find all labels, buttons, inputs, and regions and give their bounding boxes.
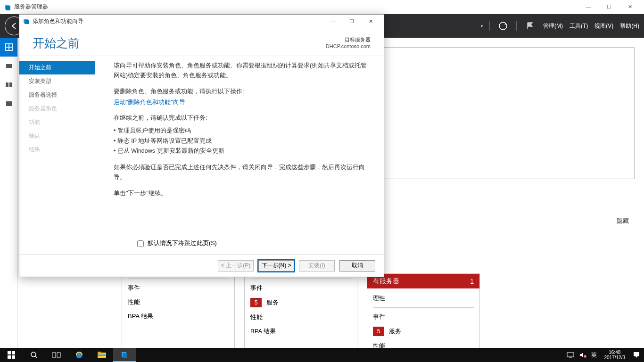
tile-row[interactable]: 5服务 [373,324,474,339]
bullet-item: 静态 IP 地址等网络设置已配置完成 [114,136,370,146]
tray-notifications-icon[interactable] [633,351,640,359]
wizard-titlebar[interactable]: 添加角色和功能向导 — ☐ ✕ [19,15,384,28]
remove-roles-link[interactable]: 启动"删除角色和功能"向导 [114,99,185,106]
parent-close-button[interactable]: ✕ [619,0,640,14]
skip-row: 默认情况下将跳过此页(S) [19,236,384,254]
nav-step-install-type[interactable]: 安装类型 [19,74,95,88]
svg-rect-5 [9,44,12,47]
menu-help[interactable]: 帮助(H) [620,22,639,30]
svg-rect-33 [634,352,639,356]
svg-rect-25 [98,354,106,356]
intro-text: 该向导可帮助你安装角色、角色服务或功能。你需要根据组织的计算要求(例如共享文档或… [114,61,370,81]
flag-icon[interactable] [523,19,537,33]
parent-maximize-button[interactable]: ☐ [599,0,619,14]
menu-manage[interactable]: 管理(M) [543,22,563,30]
svg-rect-20 [52,353,56,357]
skip-label: 默认情况下将跳过此页(S) [148,239,217,247]
tile-row[interactable]: BPA 结果 [128,309,229,323]
svg-rect-13 [25,20,29,24]
system-tray: 英 16:48 2017/12/3 [563,350,644,360]
search-icon[interactable] [23,348,45,362]
nav-local-icon[interactable] [0,57,17,75]
wizard-close-button[interactable]: ✕ [361,16,380,27]
prereq-bullets: 管理员帐户使用的是强密码 静态 IP 地址等网络设置已配置完成 已从 Windo… [114,126,370,156]
wizard-minimize-button[interactable]: — [323,16,342,27]
wizard-header: 开始之前 目标服务器 DHCP.contoso.com [19,28,384,56]
verify-text: 如果你必须验证是否已完成上述任何先决条件，请关闭向导，完成这些步骤，然后再次运行… [114,163,370,183]
wizard-nav: 开始之前 安装类型 服务器选择 服务器角色 功能 确认 结果 [19,56,95,236]
svg-rect-21 [57,353,60,357]
target-server-value: DHCP.contoso.com [326,43,371,49]
svg-rect-6 [6,48,8,50]
tile-row[interactable]: 性能 [250,310,351,324]
svg-line-19 [35,356,37,358]
svg-rect-16 [8,355,11,359]
start-button[interactable] [0,348,23,362]
svg-rect-7 [9,48,12,50]
header-dropdown-icon[interactable]: ▾ [481,24,483,28]
tile-row[interactable]: 性能 [128,295,229,309]
wizard-body: 开始之前 安装类型 服务器选择 服务器角色 功能 确认 结果 该向导可帮助你安装… [19,56,384,236]
svg-rect-24 [98,352,101,354]
tray-date: 2017/12/3 [604,355,626,360]
svg-rect-1 [6,6,10,10]
wizard-app-icon [23,18,30,25]
bullet-item: 管理员帐户使用的是强密码 [114,126,370,136]
left-nav [0,38,18,362]
separator [489,21,490,31]
tray-time: 16:48 [604,350,626,355]
next-button[interactable]: 下一步(N) > [258,260,294,272]
tile-row[interactable]: 事件 [128,281,229,295]
nav-step-server-select[interactable]: 服务器选择 [19,88,95,102]
tile-row[interactable]: 理性 [373,291,474,305]
tray-clock[interactable]: 16:48 2017/12/3 [602,350,628,360]
parent-minimize-button[interactable]: — [578,0,599,14]
menu-view[interactable]: 视图(V) [594,22,613,30]
server-manager-icon [4,3,11,11]
nav-step-before[interactable]: 开始之前 [19,61,95,74]
tile-row[interactable]: 5服务 [250,295,351,310]
ie-icon[interactable] [68,348,91,362]
wizard-page-title: 开始之前 [33,35,371,51]
svg-rect-11 [6,101,12,106]
target-server-label: 目标服务器 [326,36,371,43]
nav-all-icon[interactable] [0,75,17,94]
svg-rect-27 [123,353,127,358]
server-manager-taskbar-icon[interactable] [113,348,136,362]
tray-volume-icon[interactable] [579,352,586,358]
wizard-title: 添加角色和功能向导 [33,17,323,25]
menu-tools[interactable]: 工具(T) [570,22,588,30]
remove-lead-text: 要删除角色、角色服务或功能，请执行以下操作: [114,87,370,97]
wizard-maximize-button[interactable]: ☐ [342,16,361,27]
tile-row[interactable]: BPA 结果 [250,324,351,338]
add-roles-wizard: 添加角色和功能向导 — ☐ ✕ 开始之前 目标服务器 DHCP.contoso.… [19,14,384,277]
tile-row[interactable]: 事件 [250,281,351,295]
prev-button: < 上一步(P) [218,260,254,272]
tile-row[interactable]: 事件 [373,310,474,324]
hide-link[interactable]: 隐藏 [617,217,629,225]
nav-step-confirm: 确认 [19,129,95,143]
confirm-lead-text: 在继续之前，请确认完成以下任务: [114,113,370,123]
svg-rect-9 [6,82,8,87]
svg-rect-28 [567,353,574,357]
refresh-icon[interactable] [496,19,510,33]
tray-network-icon[interactable] [567,352,574,358]
alert-badge: 5 [373,327,384,336]
header-menu-right: ▾ 管理(M) 工具(T) 视图(V) 帮助(H) [478,19,639,33]
nav-step-features: 功能 [19,115,95,129]
skip-checkbox[interactable] [137,240,144,247]
svg-point-2 [499,22,507,30]
bullet-item: 已从 Windows 更新安装最新的安全更新 [114,146,370,156]
task-view-icon[interactable] [45,348,68,362]
svg-rect-10 [9,82,12,87]
target-server-box: 目标服务器 DHCP.contoso.com [326,36,371,49]
nav-dashboard-icon[interactable] [0,38,17,57]
svg-rect-8 [6,64,12,68]
nav-step-results: 结果 [19,143,95,156]
cancel-button[interactable]: 取消 [339,260,375,272]
wizard-content: 该向导可帮助你安装角色、角色服务或功能。你需要根据组织的计算要求(例如共享文档或… [95,56,384,236]
install-button: 安装(I) [299,260,335,272]
nav-file-icon[interactable] [0,94,17,113]
explorer-icon[interactable] [91,348,113,362]
tray-ime[interactable]: 英 [591,351,597,359]
